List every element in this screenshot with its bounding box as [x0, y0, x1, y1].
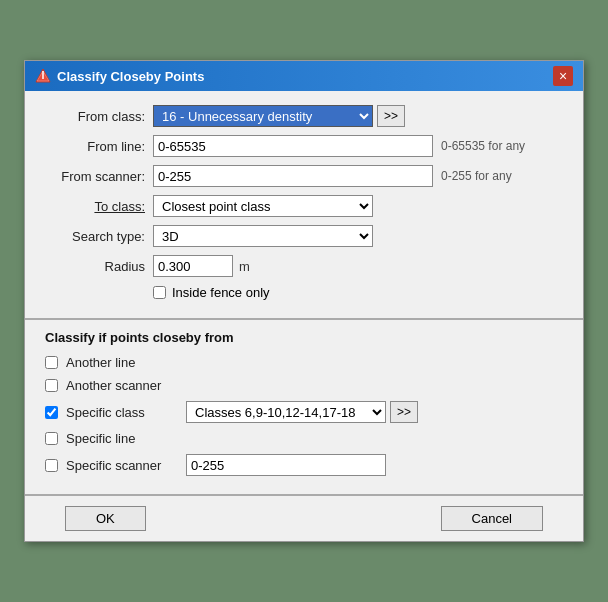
specific-line-row: Specific line [45, 431, 563, 446]
radius-unit: m [239, 259, 250, 274]
from-line-label: From line: [45, 139, 145, 154]
another-line-row: Another line [45, 355, 563, 370]
search-type-row: Search type: 3D [45, 225, 563, 247]
close-button[interactable]: × [553, 66, 573, 86]
classify-section-title: Classify if points closeby from [45, 330, 563, 345]
ok-button[interactable]: OK [65, 506, 146, 531]
another-scanner-label[interactable]: Another scanner [66, 378, 186, 393]
from-scanner-label: From scanner: [45, 169, 145, 184]
inside-fence-checkbox[interactable] [153, 286, 166, 299]
another-scanner-row: Another scanner [45, 378, 563, 393]
specific-class-label[interactable]: Specific class [66, 405, 186, 420]
specific-line-checkbox[interactable] [45, 432, 58, 445]
specific-class-select[interactable]: Classes 6,9-10,12-14,17-18 [186, 401, 386, 423]
from-scanner-input[interactable] [153, 165, 433, 187]
from-class-select[interactable]: 16 - Unnecessary denstity [153, 105, 373, 127]
another-scanner-checkbox[interactable] [45, 379, 58, 392]
title-bar-left: Classify Closeby Points [35, 68, 204, 84]
specific-class-row: Specific class Classes 6,9-10,12-14,17-1… [45, 401, 563, 423]
specific-scanner-checkbox[interactable] [45, 459, 58, 472]
another-line-label[interactable]: Another line [66, 355, 186, 370]
specific-line-label[interactable]: Specific line [66, 431, 186, 446]
app-icon [35, 68, 51, 84]
to-class-row: To class: Closest point class [45, 195, 563, 217]
button-row: OK Cancel [25, 496, 583, 541]
to-class-select[interactable]: Closest point class [153, 195, 373, 217]
cancel-button[interactable]: Cancel [441, 506, 543, 531]
another-line-checkbox[interactable] [45, 356, 58, 369]
from-class-wrapper: 16 - Unnecessary denstity >> [153, 105, 405, 127]
inside-fence-row: Inside fence only [153, 285, 563, 300]
classify-section: Classify if points closeby from Another … [25, 320, 583, 494]
specific-scanner-input[interactable] [186, 454, 386, 476]
from-scanner-row: From scanner: 0-255 for any [45, 165, 563, 187]
specific-class-checkbox[interactable] [45, 406, 58, 419]
dialog-title: Classify Closeby Points [57, 69, 204, 84]
to-class-label: To class: [45, 199, 145, 214]
inside-fence-label[interactable]: Inside fence only [172, 285, 270, 300]
search-type-label: Search type: [45, 229, 145, 244]
dialog-body: From class: 16 - Unnecessary denstity >>… [25, 91, 583, 318]
from-line-hint: 0-65535 for any [441, 139, 525, 153]
classify-closeby-dialog: Classify Closeby Points × From class: 16… [24, 60, 584, 542]
from-class-label: From class: [45, 109, 145, 124]
search-type-select[interactable]: 3D [153, 225, 373, 247]
from-line-row: From line: 0-65535 for any [45, 135, 563, 157]
specific-scanner-row: Specific scanner [45, 454, 563, 476]
from-scanner-hint: 0-255 for any [441, 169, 512, 183]
from-class-arrow-button[interactable]: >> [377, 105, 405, 127]
from-class-row: From class: 16 - Unnecessary denstity >> [45, 105, 563, 127]
radius-row: Radius m [45, 255, 563, 277]
specific-class-arrow-button[interactable]: >> [390, 401, 418, 423]
radius-label: Radius [45, 259, 145, 274]
from-line-input[interactable] [153, 135, 433, 157]
radius-input[interactable] [153, 255, 233, 277]
title-bar: Classify Closeby Points × [25, 61, 583, 91]
specific-scanner-label[interactable]: Specific scanner [66, 458, 186, 473]
